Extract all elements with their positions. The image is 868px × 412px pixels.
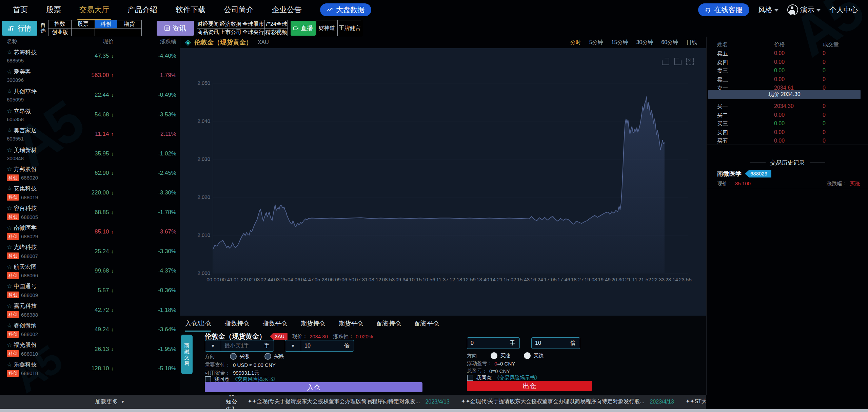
restore-icon[interactable]: [674, 58, 682, 65]
tab-商品资讯[interactable]: 商品资讯: [197, 28, 219, 36]
tab-期货[interactable]: 期货: [117, 20, 142, 28]
timeframe-日线[interactable]: 日线: [686, 39, 697, 46]
trade-tab-2[interactable]: 指数持仓: [225, 319, 249, 327]
star-icon[interactable]: ☆: [7, 49, 12, 56]
watchlist-row[interactable]: ☆福光股份科创68801026.13↓-1.95%: [0, 339, 180, 359]
sell-up-radio[interactable]: [491, 352, 497, 359]
star-icon[interactable]: ☆: [7, 88, 12, 95]
sell-qty-field[interactable]: 0 手: [467, 337, 520, 349]
tab-指数[interactable]: 指数: [48, 20, 72, 28]
watchlist-row[interactable]: ☆航天宏图科创68806699.68↓-4.37%: [0, 261, 180, 281]
trade-tab-4[interactable]: 期货持仓: [301, 319, 325, 327]
star-icon[interactable]: ☆: [7, 185, 12, 192]
star-icon[interactable]: ☆: [7, 147, 12, 154]
tab-精彩视频[interactable]: 精彩视频: [265, 28, 288, 36]
star-icon[interactable]: ☆: [7, 302, 12, 310]
trade-tab-7[interactable]: 配资平仓: [415, 319, 439, 327]
sell-agree-checkbox[interactable]: [467, 375, 473, 381]
watchlist-row[interactable]: ☆中国通号科创6880095.57↓-0.36%: [0, 281, 180, 300]
tab-创业版[interactable]: 创业版: [48, 28, 72, 36]
watchlist-row[interactable]: ☆芯海科技68859547.35↓-4.40%: [0, 46, 180, 66]
watchlist-row[interactable]: ☆美瑞新材30084835.95↓-1.02%: [0, 144, 180, 164]
star-icon[interactable]: ☆: [7, 205, 12, 212]
buy-leverage-input[interactable]: 10: [301, 343, 344, 349]
watchlist-row[interactable]: ☆方邦股份科创68802062.90↓-2.45%: [0, 164, 180, 183]
tab-全球央行[interactable]: 全球央行: [242, 28, 265, 36]
sell-leverage-input[interactable]: 10: [532, 340, 570, 346]
tab-7*24全球[interactable]: 7*24全球: [265, 20, 288, 28]
style-menu[interactable]: 风格: [758, 5, 778, 15]
star-icon[interactable]: ☆: [7, 244, 12, 251]
star-icon[interactable]: ☆: [7, 108, 12, 115]
clear-selection-icon[interactable]: [686, 58, 694, 65]
tab-经济数据[interactable]: 经济数据: [219, 20, 242, 28]
quotes-button[interactable]: 行情: [2, 21, 37, 36]
timeframe-5分钟[interactable]: 5分钟: [589, 39, 603, 46]
nav-item-2[interactable]: 股票: [46, 5, 61, 15]
news-button[interactable]: 资讯: [157, 21, 194, 36]
sell-leverage-field[interactable]: 10 倍: [531, 337, 580, 349]
timeframe-60分钟[interactable]: 60分钟: [661, 39, 678, 46]
tab-财经要闻[interactable]: 财经要闻: [197, 20, 219, 28]
watchlist-row[interactable]: ☆安集科技科创688019220.00↓-3.30%: [0, 183, 180, 203]
trade-history-stock[interactable]: 南微医学 688029: [717, 170, 771, 178]
risk-agreement-link[interactable]: 《交易风险揭示书》: [232, 376, 278, 382]
market-data-button[interactable]: 大盘数据: [320, 3, 371, 16]
ticker-item[interactable]: ✦✦金现代:关于提请股东大会授权董事会办理以简易程序向特定对象发行股...202…: [461, 398, 674, 405]
star-icon[interactable]: ☆: [7, 341, 12, 349]
open-position-button[interactable]: 入仓: [205, 382, 422, 392]
star-icon[interactable]: ☆: [7, 263, 12, 270]
ticker-item[interactable]: ✦✦金现代:关于提请股东大会授权董事会办理以简易程序向特定对象发...2023/…: [248, 398, 450, 405]
trade-tab-6[interactable]: 配资持仓: [377, 319, 401, 327]
watchlist-row[interactable]: ☆容百科技科创68800568.85↓-1.78%: [0, 203, 180, 222]
watchlist-row[interactable]: ☆睿创微纳科创68800249.24↓-3.64%: [0, 320, 180, 339]
watchlist-row[interactable]: ☆嘉元科技科创68838842.72↓-1.18%: [0, 300, 180, 320]
buy-leverage-field[interactable]: ▼ 10 倍: [285, 340, 354, 352]
tab-科创[interactable]: 科创: [95, 20, 117, 28]
star-icon[interactable]: ☆: [7, 361, 12, 368]
star-icon[interactable]: ☆: [7, 68, 12, 75]
buy-qty-field[interactable]: ▼ 最小买1手 手: [205, 340, 274, 352]
star-icon[interactable]: ☆: [7, 224, 12, 231]
tab-上市公司[interactable]: 上市公司: [219, 28, 242, 36]
tab-财神道[interactable]: 财神道: [316, 20, 338, 36]
star-icon[interactable]: ☆: [7, 283, 12, 290]
nav-item-7[interactable]: 企业公告: [272, 5, 302, 15]
watchlist-row[interactable]: ☆奥普家居60355111.14↑2.11%: [0, 124, 180, 144]
watchlist-row[interactable]: ☆乐鑫科技科创688018128.10↓-5.18%: [0, 359, 180, 379]
margin-trade-side-tab[interactable]: 两融交易: [181, 335, 193, 374]
timeframe-分时[interactable]: 分时: [570, 39, 581, 46]
timeframe-15分钟[interactable]: 15分钟: [611, 39, 628, 46]
buy-qty-input[interactable]: 最小买1手: [221, 342, 264, 350]
buy-down-radio[interactable]: [264, 353, 271, 360]
watchlist-row[interactable]: ☆爱美客300896563.00↑1.79%: [0, 66, 180, 86]
watchlist-tab[interactable]: 自选: [40, 22, 48, 34]
nav-item-1[interactable]: 首页: [13, 5, 28, 15]
trade-tab-5[interactable]: 期货平仓: [339, 319, 363, 327]
watchlist-row[interactable]: ☆南微医学科创68802985.10↑3.67%: [0, 222, 180, 242]
star-icon[interactable]: ☆: [7, 322, 12, 329]
timeframe-30分钟[interactable]: 30分钟: [636, 39, 653, 46]
star-icon[interactable]: ☆: [7, 166, 12, 173]
sell-down-radio[interactable]: [524, 352, 531, 359]
nav-item-4[interactable]: 产品介绍: [127, 5, 157, 15]
tab-王牌健言[interactable]: 王牌健言: [338, 20, 362, 36]
trade-tab-1[interactable]: 入仓/出仓: [185, 319, 211, 327]
close-position-button[interactable]: 出仓: [467, 381, 592, 391]
watchlist-row[interactable]: ☆光峰科技科创68800725.24↓-3.30%: [0, 242, 180, 261]
price-chart[interactable]: 2,0002,0102,0202,0302,0402,05000:0000:41…: [180, 48, 706, 316]
risk-agreement-link[interactable]: 《交易风险揭示书》: [494, 375, 540, 381]
watchlist-row[interactable]: ☆共创草坪60509922.44↓-0.49%: [0, 85, 180, 105]
buy-agree-checkbox[interactable]: [205, 376, 211, 382]
ticker-item[interactable]: ✦✦ST大圣:关于公司股票交易被实行其他风险警示相关事项的...: [686, 398, 706, 405]
chevron-down-icon[interactable]: ▼: [285, 340, 301, 351]
buy-up-radio[interactable]: [230, 353, 237, 360]
nav-item-5[interactable]: 软件下载: [176, 5, 205, 15]
tab-全球股市[interactable]: 全球股市: [242, 20, 265, 28]
star-icon[interactable]: ☆: [7, 127, 12, 134]
load-more-button[interactable]: 加载更多 ▼: [0, 395, 220, 409]
bottom-scrollbar[interactable]: [0, 409, 868, 412]
online-service-button[interactable]: 在线客服: [698, 3, 749, 16]
chevron-down-icon[interactable]: ▼: [205, 340, 221, 351]
nav-item-3[interactable]: 交易大厅: [79, 5, 109, 15]
